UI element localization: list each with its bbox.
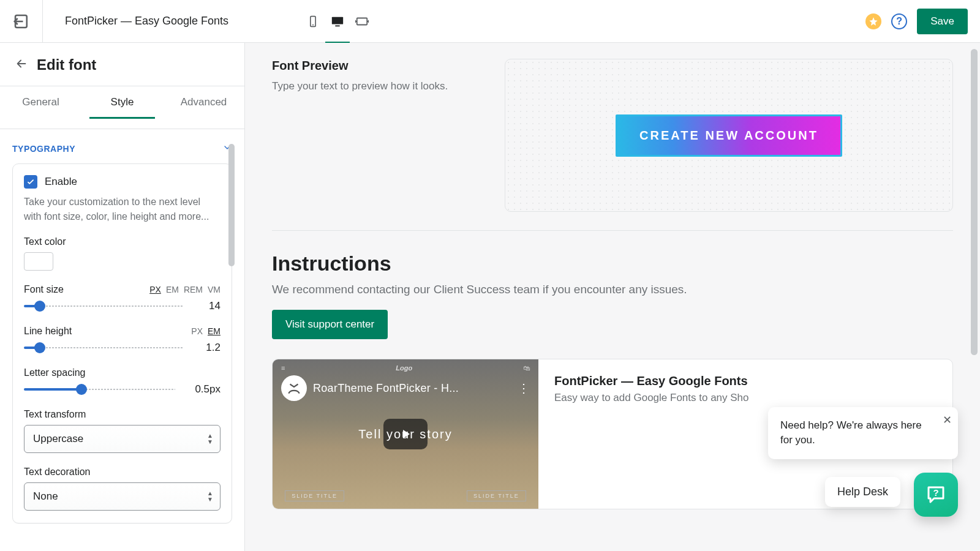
svg-rect-3 — [332, 17, 343, 24]
unit-px[interactable]: PX — [149, 285, 161, 294]
star-icon — [869, 17, 878, 26]
select-caret-icon: ▲▼ — [207, 491, 213, 502]
lh-unit-em[interactable]: EM — [208, 326, 221, 336]
text-color-field: Text color — [24, 236, 221, 271]
enable-description: Take your customization to the next leve… — [24, 195, 221, 224]
device-desktop[interactable] — [325, 0, 350, 43]
save-button[interactable]: Save — [917, 9, 968, 34]
help-button[interactable]: ? — [891, 13, 907, 29]
phone-icon — [307, 15, 319, 28]
slide-indicator: SLIDE TITLE — [285, 490, 344, 501]
exit-button[interactable] — [0, 0, 43, 43]
slide-indicator: SLIDE TITLE — [467, 490, 526, 501]
text-color-label: Text color — [24, 236, 221, 247]
unit-vm[interactable]: VM — [208, 285, 221, 294]
svg-text:?: ? — [933, 487, 938, 498]
letter-spacing-label: Letter spacing — [24, 367, 221, 378]
check-icon — [26, 178, 35, 186]
text-decoration-field: Text decoration None ▲▼ — [24, 467, 221, 511]
expand-icon — [355, 15, 369, 28]
main-scrollbar[interactable] — [971, 49, 978, 355]
font-size-label: Font size — [24, 284, 64, 295]
arrow-left-icon — [15, 57, 28, 70]
font-preview-row: Font Preview Type your text to preview h… — [272, 59, 953, 231]
app-title: FontPicker — Easy Google Fonts — [65, 15, 228, 28]
video-meta-desc: Easy way to add Google Fonts to any Sho — [554, 392, 937, 404]
topbar: FontPicker — Easy Google Fonts ? Save — [0, 0, 980, 43]
device-mobile[interactable] — [301, 0, 325, 43]
video-meta-title: FontPicker — Easy Google Fonts — [554, 374, 937, 388]
sidebar-scroll[interactable]: TYPOGRAPHY Enable Take your customizatio… — [0, 129, 244, 551]
letter-spacing-value: 0.5px — [184, 383, 221, 395]
letter-spacing-slider[interactable] — [24, 383, 175, 395]
line-height-slider[interactable] — [24, 342, 183, 354]
yt-video-title: RoarTheme FontPicker - H... — [313, 382, 511, 395]
sidebar-header: Edit font — [0, 43, 244, 86]
help-bubble: Need help? We're always here for you. ✕ — [768, 407, 958, 459]
instructions-subtitle: We recommend contacting our Client Succe… — [272, 283, 953, 296]
line-height-value: 1.2 — [191, 342, 221, 354]
line-height-units: PX EM — [191, 326, 221, 336]
sidebar-title: Edit font — [37, 56, 96, 73]
helpdesk-pill[interactable]: Help Desk — [825, 477, 900, 507]
back-button[interactable] — [15, 57, 28, 73]
device-fullwidth[interactable] — [350, 0, 374, 43]
device-switcher — [301, 0, 374, 43]
yt-more-icon[interactable]: ⋮ — [518, 381, 530, 395]
topbar-left: FontPicker — Easy Google Fonts — [0, 0, 374, 43]
sidebar: Edit font General Style Advanced TYPOGRA… — [0, 43, 245, 551]
instructions-title: Instructions — [272, 252, 953, 276]
select-caret-icon: ▲▼ — [207, 433, 213, 444]
text-decoration-label: Text decoration — [24, 467, 221, 478]
thumb-brand: Logo — [396, 364, 412, 372]
main: Font Preview Type your text to preview h… — [245, 43, 980, 551]
line-height-field: Line height PX EM 1.2 — [24, 326, 221, 354]
tab-advanced[interactable]: Advanced — [163, 86, 244, 129]
video-thumbnail[interactable]: ≡ Logo 🛍 RoarTheme FontPicker - H... ⋮ T… — [273, 359, 538, 509]
preview-hint: Type your text to preview how it looks. — [272, 80, 480, 92]
typography-panel: Enable Take your customization to the ne… — [12, 163, 232, 523]
svg-rect-2 — [312, 24, 314, 25]
preview-canvas[interactable]: CREATE NEW ACCOUNT — [505, 59, 953, 212]
enable-row: Enable — [24, 175, 221, 189]
visit-support-button[interactable]: Visit support center — [272, 310, 388, 339]
help-bubble-close[interactable]: ✕ — [943, 412, 952, 428]
unit-rem[interactable]: REM — [184, 285, 203, 294]
tab-style[interactable]: Style — [81, 86, 163, 129]
font-size-field: Font size PX EM REM VM — [24, 284, 221, 312]
text-transform-select[interactable]: Uppercase ▲▼ — [24, 425, 221, 453]
thumb-menu-icon: ≡ — [281, 364, 285, 372]
svg-rect-4 — [335, 25, 339, 26]
exit-icon — [12, 12, 31, 31]
star-badge[interactable] — [865, 13, 881, 29]
typography-section-toggle[interactable]: TYPOGRAPHY — [12, 138, 232, 163]
cta-button[interactable]: CREATE NEW ACCOUNT — [616, 114, 842, 157]
text-color-swatch[interactable] — [24, 252, 53, 271]
desktop-icon — [331, 15, 344, 28]
help-bubble-text: Need help? We're always here for you. — [780, 419, 922, 446]
unit-em[interactable]: EM — [166, 285, 179, 294]
line-height-label: Line height — [24, 326, 72, 337]
font-size-slider[interactable] — [24, 300, 183, 312]
font-size-value: 14 — [191, 300, 221, 312]
preview-title: Font Preview — [272, 59, 480, 73]
text-decoration-select[interactable]: None ▲▼ — [24, 482, 221, 511]
thumb-cart-icon: 🛍 — [523, 364, 530, 372]
svg-rect-5 — [357, 18, 368, 24]
tab-general[interactable]: General — [0, 86, 81, 129]
sidebar-scrollbar[interactable] — [228, 144, 235, 266]
sidebar-tabs: General Style Advanced — [0, 86, 244, 129]
thumb-overlay-text: Tell your story — [358, 427, 452, 441]
text-decoration-value: None — [24, 482, 221, 511]
letter-spacing-field: Letter spacing 0.5px — [24, 367, 221, 395]
yt-avatar-icon — [281, 375, 307, 401]
lh-unit-px[interactable]: PX — [191, 326, 203, 336]
question-icon: ? — [896, 16, 902, 27]
chat-icon: ? — [925, 484, 947, 506]
font-size-units: PX EM REM VM — [149, 285, 221, 294]
helpdesk-fab[interactable]: ? — [914, 473, 958, 517]
section-title: TYPOGRAPHY — [12, 144, 75, 154]
text-transform-value: Uppercase — [24, 425, 221, 453]
enable-checkbox[interactable] — [24, 175, 37, 189]
text-transform-field: Text transform Uppercase ▲▼ — [24, 409, 221, 453]
